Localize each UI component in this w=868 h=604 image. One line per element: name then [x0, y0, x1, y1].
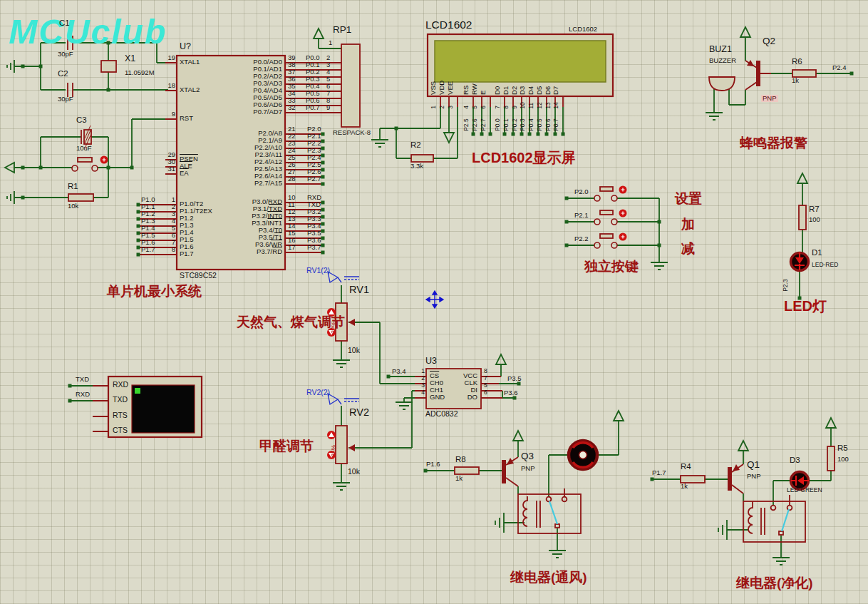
pot-rv2-body[interactable] — [336, 426, 347, 464]
terminal-pin-name: TXD — [113, 396, 128, 404]
r4-value: 1k — [681, 483, 688, 490]
r1-value: 10k — [68, 203, 78, 210]
resistor-r8[interactable] — [455, 467, 479, 474]
adc-pin-number: 3 — [421, 382, 425, 389]
c1-ref: C1 — [59, 19, 70, 28]
key-inc-cap[interactable] — [600, 210, 613, 215]
x1-value: 11.0592M — [125, 69, 155, 76]
caption-relay-purify: 继电器(净化) — [736, 576, 813, 590]
mcu-part: STC89C52 — [180, 272, 217, 280]
net-label: P0.1 — [503, 118, 510, 131]
q3-type: PNP — [521, 465, 535, 472]
buzzer-body[interactable] — [709, 77, 735, 91]
r4-ref: R4 — [681, 463, 691, 471]
caption-buzzer: 蜂鸣器报警 — [740, 136, 807, 150]
resistor-r7[interactable] — [799, 205, 806, 230]
caption-key-inc: 加 — [681, 217, 695, 232]
lcd-pin-number: 13 — [545, 102, 552, 108]
r6-ref: R6 — [792, 58, 802, 66]
resistor-r5[interactable] — [827, 446, 835, 471]
mcuclub-logo: MCUclub — [9, 14, 167, 50]
lcd-pin-name: RW — [471, 83, 478, 95]
rv1-percent: 32% — [331, 322, 337, 334]
lcd-pin-name: D5 — [536, 86, 543, 95]
mcu-pin-number: 31 — [167, 165, 175, 173]
net-label: P0.6 — [545, 118, 552, 131]
r7-value: 100 — [809, 216, 820, 223]
net-label: P0.4 — [528, 118, 534, 131]
rv2-percent: 35% — [331, 445, 337, 457]
terminal-screen — [132, 385, 195, 433]
relay-fan-coil — [523, 496, 527, 526]
net-p1-6: P1.6 — [426, 461, 440, 468]
net-label: P3.7 — [307, 244, 321, 251]
r8-value: 1k — [455, 475, 463, 482]
mcu-pin-name: P1.7 — [180, 250, 194, 257]
net-label: P0.5 — [537, 118, 543, 131]
mcu-pin-name: EA — [180, 170, 189, 177]
motor[interactable] — [569, 441, 597, 469]
net-label: P0.0 — [495, 118, 501, 131]
q2-base-bar[interactable] — [756, 61, 760, 86]
d1-part: LED-RED — [812, 262, 838, 268]
caption-keys: 独立按键 — [584, 260, 639, 274]
r2-ref: R2 — [410, 141, 421, 150]
relay-fan-pole — [555, 524, 559, 528]
lcd-pin-name: D2 — [511, 86, 518, 95]
c3-ref: C3 — [76, 116, 87, 125]
q2-ref: Q2 — [763, 36, 775, 46]
lcd-pin-number: 14 — [553, 102, 559, 108]
led-d1[interactable] — [791, 252, 809, 271]
mcu-pin-number: 19 — [167, 54, 175, 61]
terminal-pin-name: CTS — [113, 426, 128, 434]
r5-value: 100 — [837, 456, 849, 463]
buz1-ref: BUZ1 — [709, 45, 732, 54]
q1-base-bar[interactable] — [728, 467, 732, 491]
lcd-pin-number: 12 — [537, 102, 543, 108]
rv2-value: 10k — [348, 468, 360, 476]
c3-value: 10uF — [76, 145, 92, 152]
mcu-pin-number: 18 — [167, 82, 175, 89]
resistor-r1[interactable] — [68, 194, 93, 201]
d1-ref: D1 — [812, 249, 822, 257]
q3-base-bar[interactable] — [502, 460, 506, 483]
net-label: P1.7 — [141, 246, 155, 253]
mcu-pin-name: XTAL1 — [180, 58, 200, 66]
adc-pin-number: 2 — [421, 375, 425, 382]
origin-crosshair-icon — [426, 291, 443, 308]
mcu-pin-name: P2.7/A15 — [254, 180, 282, 187]
lcd-pin-name: D1 — [502, 86, 510, 95]
caption-formaldehyde-adjust: 甲醛调节 — [259, 439, 314, 454]
net-label: P2.6 — [472, 118, 478, 131]
lcd-pin-number: 11 — [528, 103, 534, 109]
lcd-pin-name: D3 — [519, 86, 526, 95]
rv1-probe: RV1(2) — [306, 267, 330, 275]
resistor-r2[interactable] — [411, 155, 433, 162]
key-set-cap[interactable] — [600, 187, 613, 191]
relay-purify-coil — [748, 501, 753, 533]
mcu-pin-number: 17 — [288, 244, 296, 251]
crystal-body[interactable] — [101, 61, 116, 72]
adc-pin-number: 1 — [421, 368, 425, 374]
lcd-pin-number: 8 — [503, 106, 510, 109]
caption-gas-adjust: 天然气、煤气调节 — [237, 315, 345, 329]
terminal-net-rxd: RXD — [76, 391, 90, 398]
relays[interactable] — [518, 494, 805, 542]
adc-pin-number: 4 — [421, 389, 425, 396]
mcu-pin-number: 32 — [288, 104, 296, 111]
rp1-body[interactable] — [341, 44, 360, 127]
q3-ref: Q3 — [521, 451, 534, 461]
q1-ref: Q1 — [747, 460, 760, 470]
caption-key-dec: 减 — [681, 242, 695, 256]
rp1-ref: RP1 — [333, 25, 351, 35]
caption-led: LED灯 — [784, 299, 827, 314]
rv2-wiper-arrow — [348, 444, 355, 451]
caption-key-set: 设置 — [675, 192, 702, 206]
caption-mcu-min-system: 单片机最小系统 — [107, 285, 202, 299]
mcu-pin-number: 9 — [172, 111, 175, 118]
rp1-part: RESPACK-8 — [333, 129, 371, 136]
lcd-pin-number: 3 — [448, 106, 454, 109]
key-dec-cap[interactable] — [600, 234, 613, 238]
adc-pin-name: DO — [467, 394, 477, 401]
reset-button-cap[interactable] — [78, 158, 92, 162]
